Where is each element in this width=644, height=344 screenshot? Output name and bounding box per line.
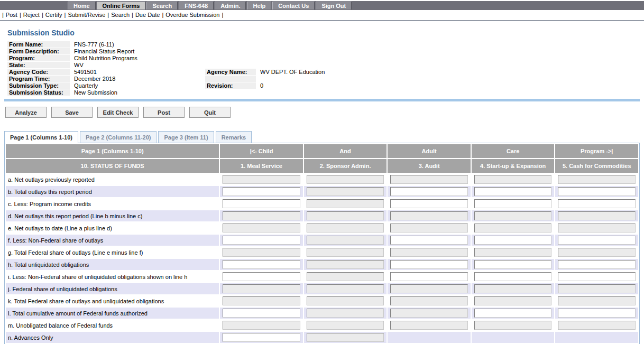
amount-input-j-col3	[390, 284, 468, 293]
amount-input-b-col1[interactable]	[223, 187, 300, 196]
col-group-header-adult: Adult	[388, 144, 471, 158]
toolbar: AnalyzeSaveEdit CheckPostQuit	[5, 107, 644, 118]
menu-item-overdue-submission[interactable]: Overdue Submission	[163, 12, 222, 18]
nav-tab-contact-us[interactable]: Contact Us	[272, 2, 315, 10]
amount-input-c-col5[interactable]	[558, 199, 636, 208]
value-cell	[220, 259, 303, 270]
nav-tab-sign-out[interactable]: Sign Out	[316, 2, 352, 10]
amount-input-l-col5[interactable]	[558, 309, 636, 318]
value-cell	[555, 283, 638, 294]
nav-tab-fns-648[interactable]: FNS-648	[179, 2, 214, 10]
menu-item-certify[interactable]: Certify	[43, 12, 65, 18]
amount-input-k-col2	[307, 296, 384, 305]
value-cell	[220, 283, 303, 294]
tab-page-2-columns-11-20[interactable]: Page 2 (Columns 11-20)	[80, 131, 157, 143]
amount-input-k-col3	[390, 296, 468, 305]
amount-input-f-col4[interactable]	[474, 236, 552, 245]
nav-tab-home[interactable]: Home	[68, 2, 96, 10]
value-cell	[555, 332, 638, 343]
value-cell	[388, 235, 471, 246]
save-button[interactable]: Save	[51, 107, 93, 118]
amount-input-h-col4[interactable]	[474, 260, 552, 269]
value-cell	[555, 271, 638, 282]
amount-input-f-col3[interactable]	[390, 236, 468, 245]
row-label: n. Advances Only	[6, 332, 219, 343]
edit-check-button[interactable]: Edit Check	[97, 107, 139, 118]
top-nav-bar: HomeOnline FormsSearchFNS-648Admin.HelpC…	[0, 1, 644, 10]
amount-input-b-col5[interactable]	[558, 187, 636, 196]
value-cell	[304, 222, 387, 234]
amount-input-i-col1[interactable]	[223, 272, 300, 281]
table-row-h: h. Total unliquidated obligations	[6, 259, 638, 270]
value-cell	[472, 210, 555, 221]
row-label: j. Federal share of unliquidated obligat…	[6, 283, 219, 294]
menu-item-post[interactable]: Post	[4, 12, 20, 18]
amount-input-f-col5[interactable]	[558, 236, 636, 245]
value-cell	[388, 271, 471, 282]
info-right-spacer	[257, 62, 644, 68]
row-label: f. Less: Non-Federal share of outlays	[6, 235, 219, 246]
amount-input-c-col3[interactable]	[390, 199, 468, 208]
info-value-form-name: FNS-777 (6-11)	[71, 41, 204, 48]
value-cell	[555, 186, 638, 197]
amount-input-i-col2	[307, 272, 384, 281]
amount-input-e-col2	[307, 224, 384, 233]
info-value-submission-type: Quarterly	[71, 82, 204, 89]
post-button[interactable]: Post	[143, 107, 185, 118]
amount-input-b-col3[interactable]	[390, 187, 468, 196]
amount-input-l-col1[interactable]	[223, 309, 300, 318]
info-right-empty-cell	[205, 76, 256, 82]
menu-item-reject[interactable]: Reject	[21, 12, 42, 18]
quit-button[interactable]: Quit	[189, 107, 231, 118]
amount-input-b-col4[interactable]	[474, 187, 552, 196]
amount-input-i-col5[interactable]	[558, 272, 636, 281]
table-row-m: m. Unobligated balance of Federal funds	[6, 320, 638, 331]
amount-input-a-col2	[307, 175, 384, 184]
amount-input-l-col4[interactable]	[474, 309, 552, 318]
nav-tab-search[interactable]: Search	[146, 2, 178, 10]
info-right-spacer	[257, 48, 644, 54]
menu-separator: |	[222, 12, 223, 18]
amount-input-c-col1[interactable]	[223, 199, 300, 208]
col-header-10-status-of-funds: 10. STATUS OF FUNDS	[6, 159, 219, 173]
value-cell	[220, 247, 303, 258]
amount-input-a-col3	[390, 175, 468, 184]
menu-item-search[interactable]: Search	[109, 12, 132, 18]
amount-input-h-col5[interactable]	[558, 260, 636, 269]
nav-tab-help[interactable]: Help	[247, 2, 271, 10]
col-header-2-sponsor-admin: 2. Sponsor Admin.	[304, 159, 387, 173]
menu-item-due-date[interactable]: Due Date	[133, 12, 162, 18]
analyze-button[interactable]: Analyze	[5, 107, 47, 118]
tab-remarks[interactable]: Remarks	[216, 131, 252, 143]
amount-input-f-col1[interactable]	[223, 236, 300, 245]
amount-input-i-col3[interactable]	[390, 272, 468, 281]
value-cell	[388, 174, 471, 185]
amount-input-g-col3	[390, 248, 468, 257]
tab-page-1-columns-1-10[interactable]: Page 1 (Columns 1-10)	[4, 131, 78, 143]
table-row-a: a. Net outlays previously reported	[6, 174, 638, 185]
value-cell	[472, 332, 555, 343]
amount-input-i-col4[interactable]	[474, 272, 552, 281]
tab-page-3-item-11[interactable]: Page 3 (Item 11)	[158, 131, 214, 143]
value-cell	[304, 186, 387, 197]
amount-input-n-col1[interactable]	[223, 333, 300, 342]
value-cell	[304, 198, 387, 209]
menu-item-submit-revise[interactable]: Submit/Revise	[66, 12, 107, 18]
row-label: m. Unobligated balance of Federal funds	[6, 320, 219, 331]
row-label: h. Total unliquidated obligations	[6, 259, 219, 270]
value-cell	[472, 247, 555, 258]
amount-input-d-col2	[307, 211, 384, 220]
table-row-d: d. Net outlays this report period (Line …	[6, 210, 638, 221]
info-label-program-time: Program Time:	[7, 76, 70, 82]
amount-input-h-col1[interactable]	[223, 260, 300, 269]
info-right-spacer	[205, 62, 256, 68]
value-cell	[388, 259, 471, 270]
page-title: Submission Studio	[7, 29, 644, 37]
nav-tab-admin[interactable]: Admin.	[215, 2, 246, 10]
value-cell	[472, 235, 555, 246]
nav-tab-online-forms[interactable]: Online Forms	[97, 2, 146, 10]
amount-input-m-col4	[474, 321, 552, 330]
info-value-state: WV	[71, 62, 204, 68]
amount-input-c-col4[interactable]	[474, 199, 552, 208]
amount-input-h-col3[interactable]	[390, 260, 468, 269]
